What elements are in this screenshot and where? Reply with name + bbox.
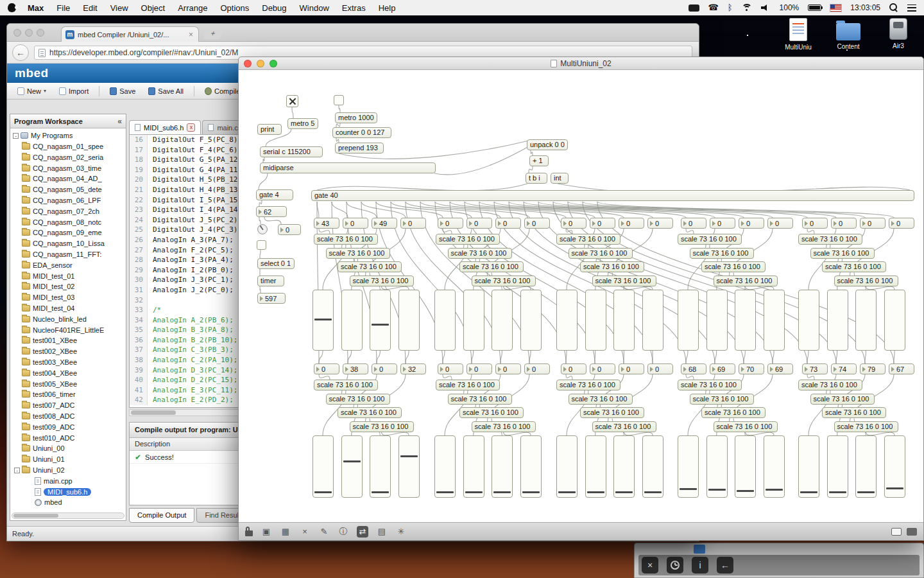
spray-icon[interactable]: ✳	[395, 527, 407, 536]
number-box-row2-2[interactable]: 0	[372, 363, 397, 374]
tree-item-mbed[interactable]: mbed	[10, 497, 126, 507]
max-object-scale[interactable]: scale 73 16 0 100	[592, 276, 656, 286]
tree-item-midi-test-03[interactable]: MIDI_test_03	[10, 292, 126, 302]
grid-icon[interactable]: ▤	[376, 527, 388, 536]
tree-item-my-programs[interactable]: -My Programs	[10, 130, 126, 141]
menu-arrange[interactable]: Arrange	[178, 3, 207, 13]
tree-item-midi-test-01[interactable]: MIDI_test_01	[10, 271, 126, 281]
max-object-scale[interactable]: scale 73 16 0 100	[592, 421, 656, 432]
slider-row2-6[interactable]	[492, 435, 513, 498]
max-object-scale[interactable]: scale 73 16 0 100	[569, 248, 633, 259]
toggle-box-1[interactable]	[334, 95, 344, 105]
max-object-scale[interactable]: scale 73 16 0 100	[798, 234, 862, 245]
tree-item-cq-nagasm-09-eme[interactable]: CQ_nagasm_09_eme	[10, 227, 126, 238]
menu-extras[interactable]: Extras	[342, 3, 366, 13]
slider-row1-11[interactable]	[642, 290, 663, 351]
max-object-scale[interactable]: scale 73 16 0 100	[810, 394, 875, 405]
number-box-row2-9[interactable]: 0	[590, 363, 615, 374]
dial[interactable]	[257, 224, 268, 234]
number-box-row1-7[interactable]: 0	[524, 218, 550, 229]
max-object-scale[interactable]: scale 73 16 0 100	[678, 234, 742, 245]
slider-row2-4[interactable]	[434, 435, 456, 498]
max-object-timer[interactable]: timer	[257, 276, 284, 286]
number-box-row1-17[interactable]: 0	[831, 218, 857, 229]
slider-row1-12[interactable]	[678, 290, 699, 351]
description-column-header[interactable]: Description	[135, 440, 170, 448]
max-object-scale[interactable]: scale 73 16 0 100	[690, 248, 754, 259]
number-box-row2-7[interactable]: 0	[524, 363, 550, 374]
max-object-scale[interactable]: scale 73 16 0 100	[472, 276, 536, 286]
slider-row2-10[interactable]	[613, 435, 635, 498]
tree-item-test003-xbee[interactable]: test003_XBee	[10, 357, 126, 367]
close-icon[interactable]: ×	[299, 527, 311, 536]
max-title-bar[interactable]: MultiUniuni_02	[239, 57, 923, 70]
max-object-scale[interactable]: scale 73 16 0 100	[580, 407, 644, 418]
expander-icon[interactable]: -	[13, 133, 19, 139]
number-box-row2-12[interactable]: 68	[681, 363, 706, 374]
tree-item-test009-adc[interactable]: test009_ADC	[10, 422, 126, 432]
max-object-scale[interactable]: scale 73 16 0 100	[701, 261, 766, 272]
menu-help[interactable]: Help	[379, 3, 396, 13]
app-menu-max[interactable]: Max	[28, 3, 44, 13]
menu-edit[interactable]: Edit	[83, 3, 97, 13]
number-box-row1-19[interactable]: 0	[889, 218, 914, 229]
max-object-gate-4[interactable]: gate 4	[256, 189, 293, 200]
toolbar-save-button[interactable]: Save	[105, 86, 141, 96]
switch-icon[interactable]: ⇄	[357, 526, 368, 538]
desktop-icon-content[interactable]: Content	[830, 18, 866, 51]
apple-menu-icon[interactable]	[8, 3, 16, 12]
slider-row1-4[interactable]	[434, 290, 456, 351]
max-object--1[interactable]: + 1	[529, 155, 549, 166]
max-object-scale[interactable]: scale 73 16 0 100	[459, 407, 524, 418]
number-box-row1-8[interactable]: 0	[561, 218, 586, 229]
number-box-row2-3[interactable]: 32	[400, 363, 426, 374]
wifi-icon[interactable]	[742, 4, 752, 12]
window-zoom-button[interactable]	[37, 29, 44, 37]
info-icon[interactable]: ⓘ	[338, 526, 349, 538]
max-object-gate-40[interactable]: gate 40	[311, 190, 914, 201]
keyboard-flag-icon[interactable]	[830, 4, 841, 12]
max-object-scale[interactable]: scale 73 16 0 100	[459, 261, 524, 272]
tree-item-midi-test-02[interactable]: MIDI_test_02	[10, 281, 126, 292]
tree-item-test005-xbee[interactable]: test005_XBee	[10, 379, 126, 389]
new-tab-button[interactable]: +	[203, 28, 223, 39]
max-object-scale[interactable]: scale 73 16 0 100	[436, 234, 500, 245]
max-object-prepend-193[interactable]: prepend 193	[335, 143, 384, 153]
slider-row1-9[interactable]	[585, 290, 606, 351]
number-box-row2-10[interactable]: 0	[619, 363, 644, 374]
desktop-icon-air3[interactable]: Air3	[880, 18, 916, 51]
max-object-scale[interactable]: scale 73 16 0 100	[338, 407, 402, 418]
tree-item-cq-nagasm-07-2ch[interactable]: CQ_nagasm_07_2ch	[10, 206, 126, 216]
back-button[interactable]: ←	[12, 44, 29, 61]
number-box-row1-5[interactable]: 0	[466, 218, 492, 229]
max-object-t-b-i[interactable]: t b i	[526, 173, 547, 184]
slider-row2-13[interactable]	[706, 435, 728, 498]
max-object-scale[interactable]: scale 73 16 0 100	[798, 380, 862, 390]
slider-row2-12[interactable]	[678, 435, 699, 498]
slider-row1-6[interactable]	[492, 290, 513, 351]
tab-compile-output[interactable]: Compile Output	[129, 508, 194, 523]
number-box-row2-13[interactable]: 69	[710, 363, 735, 374]
max-object-metro-5[interactable]: metro 5	[287, 118, 318, 129]
tab-close-button[interactable]: x	[187, 123, 195, 132]
slider-row1-18[interactable]	[855, 290, 877, 351]
window-minimize-button[interactable]	[25, 29, 33, 37]
tree-item-nucleo-blink-led[interactable]: Nucleo_blink_led	[10, 314, 126, 324]
max-object-counter-0-0-127[interactable]: counter 0 0 127	[332, 127, 391, 138]
number-box-row1-0[interactable]: 43	[314, 218, 339, 229]
pen-icon[interactable]: ✎	[318, 527, 330, 536]
slider-row1-19[interactable]	[884, 290, 905, 351]
slider-row1-15[interactable]	[764, 290, 785, 351]
slider-row2-18[interactable]	[855, 435, 877, 498]
number-box-row2-19[interactable]: 67	[889, 363, 914, 374]
expander-icon[interactable]: -	[14, 468, 20, 473]
tree-item-cq-nagasm-10-lissa[interactable]: CQ_nagasm_10_Lissa	[10, 238, 126, 249]
tree-item-cq-nagasm-05-dete[interactable]: CQ_nagasm_05_dete	[10, 184, 126, 195]
max-object-scale[interactable]: scale 73 16 0 100	[822, 407, 886, 418]
tab-close-button[interactable]: ×	[187, 30, 194, 39]
max-object-scale[interactable]: scale 73 16 0 100	[714, 276, 778, 286]
slider-row1-17[interactable]	[827, 290, 848, 351]
menu-object[interactable]: Object	[141, 3, 166, 13]
slider-row2-5[interactable]	[463, 435, 484, 498]
max-object-scale[interactable]: scale 73 16 0 100	[436, 380, 500, 390]
